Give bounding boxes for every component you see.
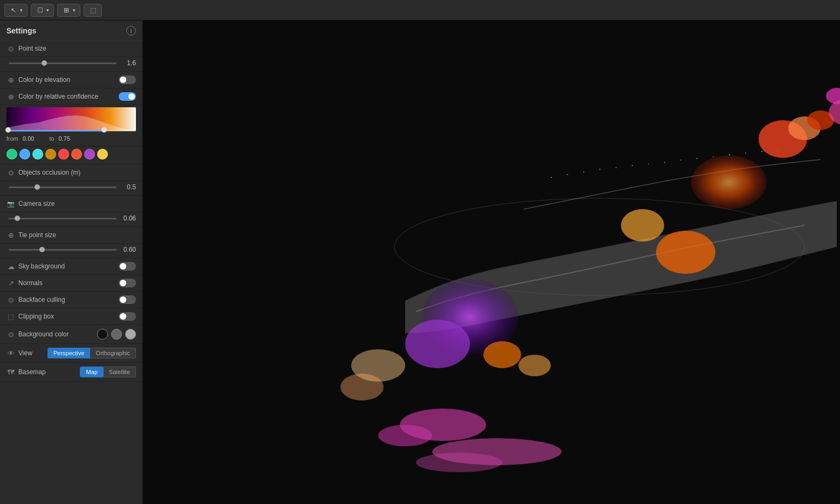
normals-icon: ↗ <box>6 279 15 287</box>
normals-label: Normals <box>18 279 43 287</box>
svg-point-15 <box>483 341 521 368</box>
svg-rect-31 <box>713 156 714 157</box>
histogram-svg <box>6 107 136 131</box>
elevation-icon: ⊕ <box>6 75 15 84</box>
tie-point-value: 0.60 <box>121 246 136 253</box>
sky-background-toggle[interactable] <box>119 262 136 271</box>
view-section: 👁 View Perspective Orthographic <box>0 344 142 363</box>
swatch-green[interactable] <box>6 149 17 160</box>
basemap-button-group: Map Satellite <box>80 367 136 377</box>
svg-rect-34 <box>761 151 762 152</box>
cursor-button[interactable]: ↖ ▾ <box>4 4 28 17</box>
sky-background-label: Sky background <box>18 263 65 270</box>
camera-size-row: 📷 Camera size <box>0 196 142 212</box>
sky-icon: ☁ <box>6 262 15 271</box>
backface-culling-toggle[interactable] <box>119 295 136 304</box>
swatch-blue[interactable] <box>19 149 30 160</box>
svg-point-16 <box>518 355 551 376</box>
confidence-icon: ⊕ <box>6 92 15 101</box>
bg-color-swatches <box>97 329 136 340</box>
swatch-cyan[interactable] <box>32 149 43 160</box>
grid-icon: ⊞ <box>62 6 71 15</box>
backface-culling-label: Backface culling <box>18 296 65 303</box>
bg-color-icon: ⊙ <box>6 330 15 339</box>
clipping-box-toggle[interactable] <box>119 312 136 321</box>
grid-button[interactable]: ⊞ ▾ <box>57 4 80 17</box>
occlusion-slider[interactable] <box>9 187 117 188</box>
camera-size-slider[interactable] <box>9 218 117 219</box>
basemap-label: Basemap <box>18 368 46 376</box>
view-button-group: Perspective Orthographic <box>47 348 136 358</box>
color-by-elevation-row: ⊕ Color by elevation <box>0 72 142 88</box>
sidebar-title: Settings <box>6 26 36 35</box>
perspective-button[interactable]: Perspective <box>47 348 90 358</box>
svg-point-7 <box>621 209 664 241</box>
occlusion-icon: ⊙ <box>6 168 15 177</box>
basemap-section: 🗺 Basemap Map Satellite <box>0 363 142 382</box>
svg-point-20 <box>416 453 502 472</box>
crop-button[interactable]: ⬚ <box>84 4 102 17</box>
svg-rect-28 <box>664 162 665 163</box>
rect-dropdown-icon: ▾ <box>46 8 49 13</box>
satellite-button[interactable]: Satellite <box>104 367 136 377</box>
range-values-row: from 0.00 to 0.75 <box>6 135 136 142</box>
swatch-yellow[interactable] <box>97 149 108 160</box>
swatch-orange[interactable] <box>45 149 56 160</box>
tie-point-slider[interactable] <box>9 249 117 251</box>
view-label: View <box>18 349 32 357</box>
point-size-icon: ⊙ <box>6 44 15 53</box>
svg-rect-21 <box>551 177 552 178</box>
camera-icon: 📷 <box>6 199 15 208</box>
svg-rect-23 <box>583 171 584 172</box>
svg-point-6 <box>656 231 715 274</box>
svg-point-14 <box>378 425 432 446</box>
range-right-handle[interactable] <box>101 127 107 133</box>
color-by-elevation-toggle[interactable] <box>119 75 136 84</box>
color-by-confidence-toggle[interactable] <box>119 92 136 101</box>
basemap-icon: 🗺 <box>6 368 15 376</box>
3d-viewport[interactable] <box>143 20 840 504</box>
view-icon: 👁 <box>6 349 15 357</box>
swatch-red[interactable] <box>58 149 69 160</box>
camera-size-label: Camera size <box>18 200 54 208</box>
point-size-row: ⊙ Point size <box>0 40 142 57</box>
point-size-slider[interactable] <box>9 63 117 64</box>
point-size-value: 1.6 <box>121 59 136 67</box>
backface-culling-row: ⊙ Backface culling <box>0 292 142 308</box>
bg-swatch-light[interactable] <box>125 329 136 340</box>
background-color-label: Background color <box>18 330 69 338</box>
info-icon[interactable]: i <box>126 26 136 36</box>
main-layout: Settings i ⊙ Point size 1.6 ⊕ Color by e… <box>0 20 840 504</box>
tie-point-size-row: ⊕ Tie point size <box>0 227 142 244</box>
histogram-chart <box>6 107 136 131</box>
orthographic-button[interactable]: Orthographic <box>90 348 136 358</box>
range-left-handle[interactable] <box>5 127 11 133</box>
clipping-box-row: ⬚ Clipping box <box>0 308 142 325</box>
tie-point-slider-section: 0.60 <box>0 244 142 258</box>
rect-button[interactable]: ☐ ▾ <box>31 4 54 17</box>
svg-point-4 <box>405 320 470 368</box>
sky-background-row: ☁ Sky background <box>0 258 142 275</box>
from-label: from <box>6 135 18 142</box>
svg-point-5 <box>691 155 767 209</box>
objects-occlusion-row: ⊙ Objects occlusion (m) <box>0 164 142 181</box>
swatch-orange-red[interactable] <box>71 149 82 160</box>
camera-slider-section: 0.06 <box>0 212 142 227</box>
crop-icon: ⬚ <box>88 6 97 15</box>
cursor-dropdown-icon: ▾ <box>20 8 23 13</box>
from-value: 0.00 <box>23 135 34 142</box>
svg-rect-25 <box>616 167 617 168</box>
sidebar: Settings i ⊙ Point size 1.6 ⊕ Color by e… <box>0 20 143 504</box>
pointcloud-visualization <box>143 20 840 504</box>
map-button[interactable]: Map <box>80 367 103 377</box>
bg-swatch-gray[interactable] <box>111 329 122 340</box>
svg-rect-29 <box>680 160 681 161</box>
histogram-section: from 0.00 to 0.75 <box>0 105 142 147</box>
objects-occlusion-label: Objects occlusion (m) <box>18 169 80 176</box>
svg-rect-27 <box>648 163 649 164</box>
normals-toggle[interactable] <box>119 279 136 287</box>
color-by-elevation-label: Color by elevation <box>18 76 70 84</box>
clipping-box-label: Clipping box <box>18 313 54 320</box>
swatch-purple[interactable] <box>84 149 95 160</box>
bg-swatch-dark[interactable] <box>97 329 108 340</box>
